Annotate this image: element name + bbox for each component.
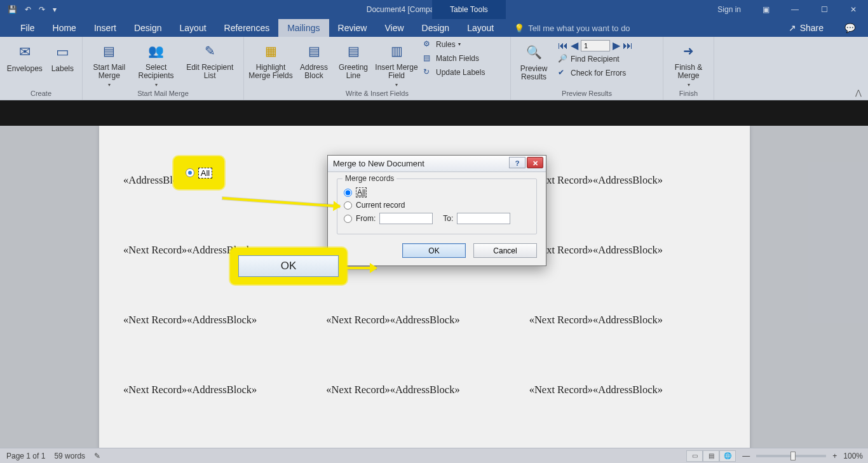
zoom-slider[interactable] <box>756 455 826 457</box>
zoom-level[interactable]: 100% <box>843 452 863 460</box>
highlight-icon <box>261 41 281 61</box>
start-mail-merge-button[interactable]: Start Mail Merge▾ <box>86 38 132 88</box>
find-recipient-button[interactable]: Find Recipient <box>558 53 633 65</box>
envelopes-label: Envelopes <box>7 65 43 73</box>
last-record-icon[interactable] <box>623 40 633 51</box>
merge-cell[interactable]: «Next Record»«AddressBlock» <box>529 174 726 187</box>
merge-cell[interactable]: «Next Record»«AddressBlock» <box>326 314 522 326</box>
merge-cell[interactable]: «Next Record»«AddressBlock» <box>123 244 320 257</box>
tab-layout[interactable]: Layout <box>171 19 215 37</box>
radio-from[interactable]: From: To: <box>344 213 530 224</box>
maximize-icon[interactable]: ☐ <box>810 0 839 19</box>
envelopes-button[interactable]: Envelopes <box>4 39 46 73</box>
radio-all[interactable]: All <box>344 187 530 198</box>
save-icon[interactable] <box>8 5 17 14</box>
dialog-help-icon[interactable]: ? <box>509 157 526 168</box>
match-icon <box>423 53 433 64</box>
tab-mailings[interactable]: Mailings <box>278 19 329 37</box>
proofing-icon[interactable]: ✎ <box>94 452 100 460</box>
prev-record-icon[interactable] <box>571 39 578 51</box>
insert-merge-field-button[interactable]: Insert Merge Field▾ <box>374 38 419 88</box>
merge-to-new-document-dialog: Merge to New Document ? ✕ Merge records … <box>327 155 546 266</box>
highlight-merge-fields-button[interactable]: Highlight Merge Fields <box>248 38 294 80</box>
radio-from-input[interactable] <box>344 215 352 223</box>
check-icon <box>558 68 568 78</box>
cancel-button[interactable]: Cancel <box>473 243 537 258</box>
tab-home[interactable]: Home <box>44 19 85 37</box>
tab-file[interactable]: File <box>11 19 44 37</box>
dialog-title-bar[interactable]: Merge to New Document ? ✕ <box>328 156 546 172</box>
tab-references[interactable]: References <box>215 19 279 37</box>
ribbon-display-icon[interactable]: ▣ <box>751 0 780 19</box>
group-finish: Finish & Merge▾ Finish <box>663 37 714 100</box>
read-mode-icon[interactable]: ▭ <box>686 450 703 462</box>
merge-cell[interactable]: «Next Record»«AddressBlock» <box>529 384 726 396</box>
preview-label: Preview Results <box>515 65 553 81</box>
rules-button[interactable]: Rules▾ <box>423 38 485 51</box>
tab-table-layout[interactable]: Layout <box>458 19 503 37</box>
minimize-icon[interactable]: — <box>780 0 810 19</box>
web-layout-icon[interactable]: 🌐 <box>719 450 736 462</box>
tab-table-design[interactable]: Design <box>413 19 459 37</box>
qat-more-icon[interactable]: ▾ <box>53 5 57 14</box>
share-label: Share <box>800 23 824 33</box>
first-record-icon[interactable] <box>558 40 568 51</box>
merge-cell[interactable]: «AddressBlock» <box>123 174 320 187</box>
address-label: Address Block <box>295 64 333 80</box>
collapse-ribbon-icon[interactable]: ⋀ <box>855 88 862 97</box>
preview-results-button[interactable]: Preview Results <box>515 39 553 81</box>
merge-cell[interactable]: «Next Record»«AddressBlock» <box>123 314 320 326</box>
merge-cell[interactable]: «Next Record»«AddressBlock» <box>529 314 726 326</box>
merge-cell[interactable]: «Next Record»«AddressBlock» <box>123 384 320 396</box>
from-label: From: <box>356 214 376 223</box>
share-button[interactable]: Share <box>789 23 824 33</box>
ok-button[interactable]: OK <box>402 243 466 258</box>
radio-all-input[interactable] <box>344 189 352 197</box>
view-buttons: ▭ ▤ 🌐 <box>686 450 736 462</box>
edit-list-label: Edit Recipient List <box>180 64 240 80</box>
tell-me-search[interactable]: Tell me what you want to do <box>514 23 630 33</box>
labels-label: Labels <box>51 65 74 73</box>
merge-cell[interactable]: «Next Record»«AddressBlock» <box>529 244 726 257</box>
word-count[interactable]: 59 words <box>54 452 85 460</box>
tab-design[interactable]: Design <box>125 19 171 37</box>
comments-icon[interactable] <box>844 23 855 33</box>
check-errors-button[interactable]: Check for Errors <box>558 67 633 79</box>
update-labels-button[interactable]: Update Labels <box>423 66 485 79</box>
record-number-input[interactable]: 1 <box>581 40 610 51</box>
greeting-label: Greeting Line <box>334 64 372 80</box>
to-input[interactable] <box>457 213 510 224</box>
print-layout-icon[interactable]: ▤ <box>703 450 719 462</box>
tab-view[interactable]: View <box>376 19 412 37</box>
radio-all-label: All <box>357 188 365 197</box>
merge-cell[interactable]: «Next Record»«AddressBlock» <box>326 384 522 396</box>
tab-review[interactable]: Review <box>329 19 376 37</box>
find-label: Find Recipient <box>571 55 620 64</box>
zoom-out-icon[interactable]: — <box>742 452 750 460</box>
finish-merge-button[interactable]: Finish & Merge▾ <box>667 38 710 88</box>
preview-icon <box>524 42 544 62</box>
close-icon[interactable]: ✕ <box>839 0 868 19</box>
radio-current[interactable]: Current record <box>344 201 530 210</box>
redo-icon[interactable] <box>39 5 45 14</box>
edit-list-icon <box>200 41 220 61</box>
radio-current-label: Current record <box>356 201 405 210</box>
zoom-in-icon[interactable]: + <box>832 452 837 460</box>
insert-field-icon <box>386 41 407 61</box>
dialog-close-icon[interactable]: ✕ <box>527 157 543 168</box>
edit-recipient-list-button[interactable]: Edit Recipient List <box>180 38 240 80</box>
radio-current-input[interactable] <box>344 201 352 210</box>
page-status[interactable]: Page 1 of 1 <box>6 452 45 460</box>
insert-field-label: Insert Merge Field <box>374 64 419 80</box>
greeting-line-button[interactable]: Greeting Line <box>334 38 372 80</box>
address-block-button[interactable]: Address Block <box>295 38 333 80</box>
labels-button[interactable]: Labels <box>47 39 78 73</box>
select-recipients-button[interactable]: Select Recipients▾ <box>133 38 179 88</box>
match-fields-button[interactable]: Match Fields <box>423 52 485 65</box>
from-input[interactable] <box>379 213 433 224</box>
next-record-icon[interactable] <box>613 39 620 51</box>
undo-icon[interactable] <box>25 5 31 14</box>
group-label: Write & Insert Fields <box>248 88 506 98</box>
tab-insert[interactable]: Insert <box>85 19 125 37</box>
sign-in-link[interactable]: Sign in <box>717 5 741 14</box>
